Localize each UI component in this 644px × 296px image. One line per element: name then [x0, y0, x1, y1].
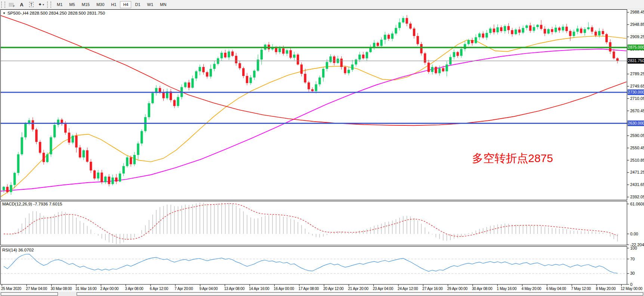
candle-body — [551, 29, 553, 32]
time-tick-label: 1 May 16:00 — [497, 287, 517, 291]
time-tick-label: 6 May 04:00 — [546, 287, 566, 291]
candle-body — [151, 93, 154, 103]
candle-body — [616, 58, 619, 61]
candle-body — [83, 150, 85, 158]
candle-body — [101, 173, 103, 182]
macd-indicator-label: MACD(12,26,9) -7.7936 7.6015 — [2, 202, 62, 206]
candle-body — [562, 27, 564, 30]
candle-body — [413, 28, 415, 36]
candle-body — [573, 32, 575, 36]
toolbar-grip[interactable] — [1, 1, 5, 8]
candle-body — [428, 62, 430, 72]
mt4-chart-window: FAT✦▾ M1M5M15M30H1H4D1W1MN ▼ SP500-,H4 2… — [0, 0, 644, 296]
scrollbar-track[interactable] — [77, 292, 643, 296]
candle-body — [602, 31, 604, 34]
candle-body — [257, 59, 259, 71]
candle-body — [344, 67, 346, 73]
candle-body — [221, 53, 223, 58]
candle-body — [543, 29, 546, 33]
candle-body — [289, 50, 292, 58]
candle-body — [424, 54, 426, 63]
price-tick-label: 2909.250 — [630, 34, 644, 39]
candle-body — [282, 48, 284, 54]
candle-body — [358, 55, 361, 59]
candle-body — [380, 40, 382, 46]
candle-body — [348, 70, 350, 73]
timeframe-w1-button[interactable]: W1 — [144, 1, 157, 8]
macd-panel[interactable] — [1, 201, 627, 245]
timeframe-m1-button[interactable]: M1 — [54, 1, 65, 8]
candle-body — [122, 166, 124, 174]
candle-body — [555, 28, 557, 32]
candle-body — [366, 52, 368, 58]
candle-body — [431, 67, 433, 72]
draw-tools-icon-button[interactable]: ✦▾ — [37, 1, 46, 9]
timeframe-h1-button[interactable]: H1 — [108, 1, 119, 8]
candle-body — [475, 37, 477, 43]
text-label-icon-button[interactable]: A — [17, 1, 26, 9]
price-axis: 2988.4502948.8502909.2502869.6502830.050… — [627, 10, 644, 199]
candle-body — [613, 52, 615, 58]
time-tick-label: 3 Apr 08:00 — [125, 287, 144, 291]
time-tick-label: 21 Apr 20:00 — [348, 287, 369, 291]
candle-body — [111, 177, 114, 184]
time-tick-label: 30 Mar 08:00 — [51, 287, 72, 291]
candle-body — [228, 52, 230, 58]
price-tick-label: 2988.450 — [630, 10, 644, 14]
candle-body — [569, 31, 571, 36]
candle-body — [478, 34, 481, 37]
time-tick-label: 31 Mar 16:00 — [76, 287, 97, 291]
candle-body — [195, 71, 197, 79]
price-tick-label: 2471.250 — [630, 170, 644, 174]
candle-body — [224, 53, 226, 57]
candle-body — [119, 174, 121, 182]
timeframe-m5-button[interactable]: M5 — [66, 1, 78, 8]
candle-body — [318, 77, 321, 84]
candle-body — [162, 93, 164, 98]
chart-dropdown-icon[interactable]: ▼ — [3, 12, 6, 15]
candle-body — [333, 57, 335, 63]
candle-body — [173, 100, 175, 106]
text-box-icon-button[interactable]: T — [27, 1, 36, 9]
candle-body — [308, 82, 310, 89]
price-tick-label: 2710.050 — [630, 96, 644, 101]
time-tick-label: 24 Apr 12:00 — [398, 287, 418, 291]
candle-body — [286, 50, 288, 54]
candle-body — [191, 79, 194, 88]
timeframe-h4-button[interactable]: H4 — [120, 1, 131, 8]
scrollbar-left-box[interactable] — [1, 292, 58, 296]
timeframe-toolbar-grip[interactable] — [47, 1, 51, 8]
candle-body — [536, 25, 539, 27]
candle-body — [398, 22, 401, 28]
candle-body — [540, 25, 542, 29]
candle-body — [438, 68, 441, 73]
candle-body — [184, 82, 187, 87]
timeframe-m15-button[interactable]: M15 — [79, 1, 93, 8]
candle-body — [253, 71, 255, 77]
timeframe-d1-button[interactable]: D1 — [132, 1, 143, 8]
rsi-tick-label: 0 — [630, 282, 632, 287]
candle-body — [355, 59, 357, 64]
candle-body — [311, 89, 314, 91]
candle-body — [104, 177, 107, 182]
candle-body — [587, 27, 589, 29]
chart-grid-icon-sub: F — [13, 4, 15, 8]
candle-body — [322, 69, 324, 77]
candle-body — [64, 124, 67, 132]
candle-body — [261, 50, 263, 59]
candle-body — [21, 137, 23, 155]
timeframe-m30-button[interactable]: M30 — [93, 1, 107, 8]
rsi-panel[interactable] — [1, 247, 627, 285]
price-badge-2730.000: 2730.000 — [628, 89, 644, 95]
candle-body — [471, 40, 473, 43]
candle-body — [141, 131, 143, 143]
candle-body — [32, 120, 34, 129]
time-tick-label: 4 May 20:00 — [521, 287, 541, 291]
time-tick-label: 6 Apr 12:00 — [150, 287, 169, 291]
candle-body — [606, 34, 608, 42]
candle-body — [384, 35, 386, 40]
chart-grid-icon-button[interactable]: F — [7, 1, 16, 9]
timeframe-mn-button[interactable]: MN — [157, 1, 169, 8]
candle-body — [598, 31, 600, 36]
candle-body — [558, 28, 560, 30]
